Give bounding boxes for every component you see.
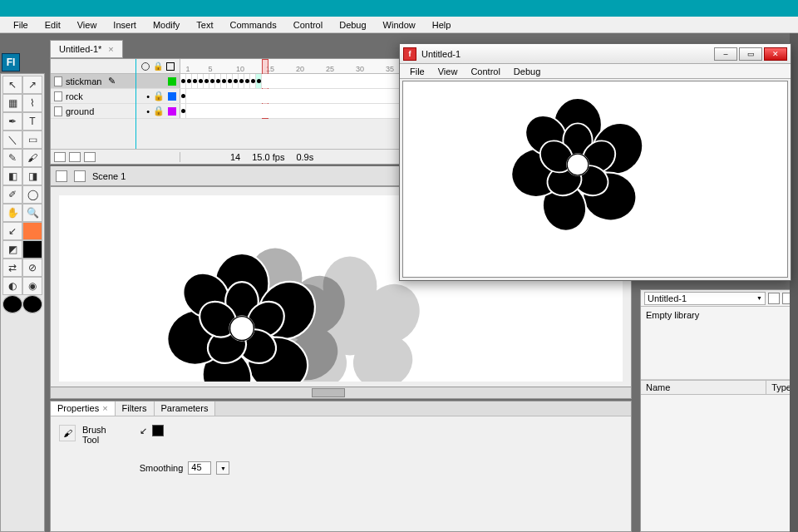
- player-menu-control[interactable]: Control: [464, 66, 506, 77]
- hand-tool[interactable]: ✋: [2, 204, 22, 222]
- scene-label: Scene 1: [92, 171, 126, 181]
- menu-debug[interactable]: Debug: [331, 18, 374, 32]
- brush-icon: 🖌: [59, 425, 76, 441]
- ink-bottle-tool[interactable]: ◧: [2, 167, 22, 185]
- player-title: Untitled-1: [421, 49, 712, 59]
- frame-rate: 15.0 fps: [252, 152, 284, 162]
- layer-stickman[interactable]: stickman ✎: [51, 74, 180, 88]
- fill-swatch[interactable]: ◩: [2, 240, 22, 259]
- menu-edit[interactable]: Edit: [37, 18, 69, 32]
- fill-color-swatch[interactable]: [152, 425, 164, 436]
- library-preview: Empty library: [641, 307, 797, 380]
- menu-insert[interactable]: Insert: [105, 18, 145, 32]
- tools-panel: ↖↗ ▦⌇ ✒T ＼▭ ✎🖌 ◧◨ ✐◯ ✋🔍 ↙ ◩ ⇄⊘ ◐◉: [0, 73, 45, 532]
- tool-name: Brush: [82, 425, 106, 435]
- close-tab-icon[interactable]: ×: [108, 44, 113, 54]
- pin-library-icon[interactable]: [768, 293, 780, 304]
- delete-layer-button[interactable]: [84, 152, 96, 162]
- smoothing-input[interactable]: 45: [188, 461, 211, 475]
- back-icon[interactable]: [56, 170, 67, 182]
- menu-modify[interactable]: Modify: [145, 18, 188, 32]
- minimize-button[interactable]: –: [714, 47, 737, 61]
- outline-icon[interactable]: [166, 62, 175, 71]
- parameters-tab[interactable]: Parameters: [155, 401, 216, 416]
- lock-icon[interactable]: 🔒: [153, 62, 163, 71]
- menu-commands[interactable]: Commands: [221, 18, 284, 32]
- player-titlebar[interactable]: f Untitled-1 – ▭ ✕: [400, 44, 791, 64]
- maximize-button[interactable]: ▭: [739, 47, 762, 61]
- text-tool[interactable]: T: [22, 112, 42, 131]
- free-transform-tool[interactable]: ▦: [2, 94, 22, 112]
- option-smooth[interactable]: ◉: [22, 277, 42, 295]
- option-snap[interactable]: ◐: [2, 277, 22, 295]
- player-menu-file[interactable]: File: [403, 66, 431, 77]
- player-artwork: [511, 98, 644, 231]
- lasso-tool[interactable]: ⌇: [22, 94, 42, 112]
- fill-hint-icon: ↙: [140, 426, 147, 436]
- current-frame: 14: [230, 152, 240, 162]
- rectangle-tool[interactable]: ▭: [22, 131, 42, 149]
- no-color[interactable]: ⊘: [22, 259, 42, 277]
- swap-colors[interactable]: ⇄: [2, 259, 22, 277]
- layer-color-chip[interactable]: [168, 107, 176, 116]
- player-menu-view[interactable]: View: [431, 66, 465, 77]
- layer-icon: [54, 106, 62, 116]
- layer-rock[interactable]: rock •🔒: [51, 89, 180, 103]
- elapsed-time: 0.9s: [296, 152, 313, 162]
- brush-shape[interactable]: [22, 295, 42, 313]
- scene-icon[interactable]: [74, 170, 86, 182]
- layer-color-chip[interactable]: [168, 92, 176, 101]
- document-tab-title: Untitled-1*: [59, 44, 101, 54]
- new-layer-button[interactable]: [54, 152, 66, 162]
- menu-window[interactable]: Window: [375, 18, 424, 32]
- library-document-select[interactable]: Untitled-1▼: [644, 292, 766, 305]
- stroke-swatch[interactable]: ↙: [2, 222, 22, 240]
- pencil-tool[interactable]: ✎: [2, 149, 22, 167]
- paint-bucket-tool[interactable]: ◨: [22, 167, 42, 185]
- player-stage: [402, 81, 788, 278]
- layer-icon: [54, 76, 62, 86]
- brush-size[interactable]: [2, 295, 22, 313]
- menu-text[interactable]: Text: [188, 18, 221, 32]
- flash-player-icon: f: [403, 47, 416, 61]
- fill-color-swatch[interactable]: [22, 240, 42, 259]
- line-tool[interactable]: ＼: [2, 131, 22, 149]
- layer-icon: [54, 91, 62, 101]
- smoothing-label: Smoothing: [140, 463, 184, 473]
- new-folder-button[interactable]: [69, 152, 81, 162]
- filters-tab[interactable]: Filters: [116, 401, 155, 416]
- main-menu-bar: File Edit View Insert Modify Text Comman…: [0, 17, 798, 33]
- stage-artwork[interactable]: [167, 254, 317, 382]
- close-button[interactable]: ✕: [764, 47, 787, 61]
- pen-tool[interactable]: ✒: [2, 112, 22, 131]
- menu-help[interactable]: Help: [424, 18, 460, 32]
- player-window: f Untitled-1 – ▭ ✕ File View Control Deb…: [399, 43, 791, 281]
- stroke-color-swatch[interactable]: [22, 222, 42, 240]
- player-menu-debug[interactable]: Debug: [507, 66, 547, 77]
- zoom-tool[interactable]: 🔍: [22, 204, 42, 222]
- layer-color-chip[interactable]: [168, 77, 176, 86]
- selection-tool[interactable]: ↖: [2, 76, 22, 94]
- brush-tool[interactable]: 🖌: [22, 149, 42, 167]
- library-col-name[interactable]: Name: [641, 381, 766, 394]
- eye-icon[interactable]: [141, 62, 150, 71]
- document-tab[interactable]: Untitled-1* ×: [50, 40, 123, 58]
- subselect-tool[interactable]: ↗: [22, 76, 42, 94]
- menu-file[interactable]: File: [5, 18, 37, 32]
- app-logo: Fl: [2, 53, 20, 71]
- properties-panel: Properties× Filters Parameters 🖌 Brush T…: [50, 401, 632, 532]
- menu-control[interactable]: Control: [285, 18, 331, 32]
- menu-view[interactable]: View: [69, 18, 106, 32]
- library-panel: Untitled-1▼ Empty library Name Type: [640, 289, 798, 532]
- player-menu-bar: File View Control Debug: [400, 64, 791, 79]
- properties-tab[interactable]: Properties×: [51, 401, 116, 416]
- layer-ground[interactable]: ground •🔒: [51, 104, 180, 118]
- stage-hscrollbar[interactable]: [51, 387, 631, 398]
- smoothing-dropdown[interactable]: ▼: [216, 461, 229, 475]
- eyedropper-tool[interactable]: ✐: [2, 185, 22, 204]
- eraser-tool[interactable]: ◯: [22, 185, 42, 204]
